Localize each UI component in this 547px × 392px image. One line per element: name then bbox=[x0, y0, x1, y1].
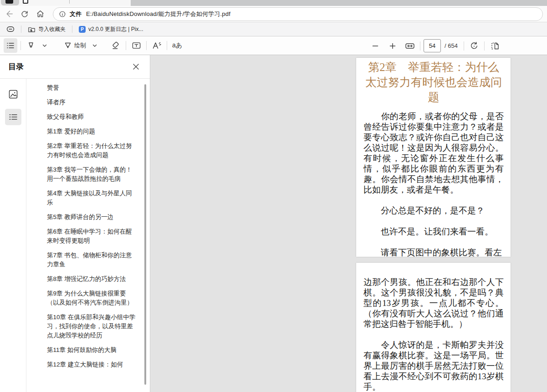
sidebar-scrollbar[interactable] bbox=[144, 84, 146, 385]
minus-icon bbox=[372, 42, 379, 50]
sidebar-rail bbox=[0, 79, 26, 392]
contents-list-icon bbox=[8, 112, 18, 122]
toc-item[interactable]: 译者序 bbox=[47, 98, 137, 107]
page-body: 你的老师，或者你的父母，是否曾经告诉过你要集中注意力？或者是要专心致志？或许你自… bbox=[363, 111, 504, 257]
bookmark-label: v2.0.0 更新日志 | Pix... bbox=[88, 25, 143, 33]
text-box-icon bbox=[132, 41, 141, 50]
thumbnails-icon bbox=[8, 89, 19, 100]
navigation-bar: 文件 E:/BaiduNetdiskDownload/能力提升/学会如何学习.p… bbox=[0, 6, 547, 22]
content-area: 目录 赞誉 译者序 致父母和教师 bbox=[0, 55, 547, 392]
highlighter-icon bbox=[26, 41, 36, 50]
chapter-title: 第2章 举重若轻：为什么太过努力有时候也会造成问题 bbox=[363, 60, 504, 105]
home-icon bbox=[36, 10, 45, 18]
translate-label: aあ bbox=[172, 41, 182, 50]
rotate-icon bbox=[470, 41, 479, 51]
toc-item[interactable]: 第9章 为什么大脑链接很重要（以及如何不将汽车倒进沟里） bbox=[47, 289, 137, 307]
import-favorites-button[interactable]: 导入收藏夹 bbox=[24, 24, 69, 35]
highlight-dropdown[interactable] bbox=[38, 38, 51, 53]
tab-favicon-icon bbox=[23, 0, 28, 4]
close-icon bbox=[133, 63, 139, 70]
toc-item[interactable]: 第10章 在俱乐部和兴趣小组中学习，找到你的使命，以及特里差点儿烧毁学校的经历 bbox=[47, 313, 137, 340]
pdf-toolbar: 绘制 aあ / 654 bbox=[0, 36, 547, 55]
zoom-in-button[interactable] bbox=[386, 39, 399, 53]
page-view-button[interactable] bbox=[488, 39, 501, 53]
back-button[interactable] bbox=[3, 8, 15, 20]
rotate-button[interactable] bbox=[467, 39, 481, 53]
toc-item[interactable]: 第4章 大脑链接以及与外星人同乐 bbox=[47, 189, 137, 207]
toc-list: 赞誉 译者序 致父母和教师 第1章 爱好的问题 第2章 举重若轻：为什么太过努力… bbox=[26, 79, 150, 392]
pdf-paragraph: 令人惊讶的是，卡斯帕罗夫并没有赢得象棋比赛。这是一场平局。世界上最厉害的棋手居然… bbox=[363, 340, 504, 392]
url-scheme-label: 文件 bbox=[70, 10, 82, 18]
erase-button[interactable] bbox=[109, 38, 123, 53]
read-aloud-icon bbox=[152, 41, 162, 50]
tab-actions-button[interactable] bbox=[1, 0, 19, 5]
active-tab[interactable] bbox=[0, 0, 131, 6]
thumbnails-tab[interactable] bbox=[5, 86, 21, 102]
contents-tab[interactable] bbox=[5, 109, 21, 125]
pdf-viewer[interactable]: 第2章 举重若轻：为什么太过努力有时候也会造成问题 你的老师，或者你的父母，是否… bbox=[150, 55, 547, 392]
pdf-paragraph: 也许不是。让我们来看一看。 bbox=[363, 226, 504, 237]
toc-item[interactable]: 第2章 举重若轻：为什么太过努力有时候也会造成问题 bbox=[47, 142, 137, 160]
back-arrow-icon bbox=[5, 10, 14, 18]
pdf-paragraph: 请看下页图中的象棋比赛。看左 bbox=[363, 247, 504, 257]
home-button[interactable] bbox=[34, 8, 46, 20]
toolbar-right-group: / 654 bbox=[368, 36, 501, 55]
toc-item[interactable]: 第11章 如何鼓励你的大脑 bbox=[47, 346, 137, 355]
eraser-icon bbox=[111, 41, 120, 50]
toc-item[interactable]: 第1章 爱好的问题 bbox=[47, 127, 137, 136]
toc-toggle-button[interactable] bbox=[4, 38, 17, 53]
toc-item[interactable]: 致父母和教师 bbox=[47, 112, 137, 122]
refresh-button[interactable] bbox=[18, 8, 31, 20]
toc-item[interactable]: 赞誉 bbox=[47, 83, 137, 92]
pdf-page-55: 边那个男孩。他正在和右边那个人下棋。这个男孩很没礼貌，不是吗？典型的13岁男孩。… bbox=[356, 263, 511, 392]
import-favorites-icon bbox=[28, 26, 36, 33]
pdf-paragraph: 边那个男孩。他正在和右边那个人下棋。这个男孩很没礼貌，不是吗？典型的13岁男孩。… bbox=[363, 277, 504, 329]
url-text[interactable]: E:/BaiduNetdiskDownload/能力提升/学会如何学习.pdf bbox=[86, 10, 230, 18]
sidebar-header: 目录 bbox=[0, 55, 150, 79]
toc-item[interactable]: 第6章 在睡眠中学习：如何在醒来时变得更聪明 bbox=[47, 227, 137, 245]
collections-icon bbox=[6, 26, 15, 32]
toc-item[interactable]: 第5章 教师讲台的另一边 bbox=[47, 213, 137, 222]
plus-icon bbox=[389, 42, 396, 50]
highlight-button[interactable] bbox=[24, 38, 38, 53]
browser-menu-icon bbox=[5, 0, 13, 4]
page-count-label: / 654 bbox=[445, 42, 458, 49]
page-body: 边那个男孩。他正在和右边那个人下棋。这个男孩很没礼貌，不是吗？典型的13岁男孩。… bbox=[363, 277, 504, 392]
draw-label: 绘制 bbox=[74, 41, 86, 50]
zoom-out-button[interactable] bbox=[368, 39, 382, 53]
read-aloud-button[interactable] bbox=[150, 38, 164, 53]
toc-item[interactable]: 第8章 增强记忆力的巧妙方法 bbox=[47, 275, 137, 284]
bookmark-pixpin[interactable]: P v2.0.0 更新日志 | Pix... bbox=[75, 24, 147, 35]
bookmark-favicon: P bbox=[79, 26, 86, 33]
sidebar-title: 目录 bbox=[8, 61, 129, 72]
pdf-paragraph: 你的老师，或者你的父母，是否曾经告诉过你要集中注意力？或者是要专心致志？或许你自… bbox=[363, 111, 504, 195]
add-text-button[interactable] bbox=[129, 38, 143, 53]
chevron-down-icon bbox=[92, 43, 97, 48]
sidebar-close-button[interactable] bbox=[129, 60, 143, 74]
toc-sidebar: 目录 赞誉 译者序 致父母和教师 bbox=[0, 55, 150, 392]
bookmarks-bar: 导入收藏夹 P v2.0.0 更新日志 | Pix... bbox=[0, 22, 547, 36]
draw-dropdown[interactable] bbox=[88, 38, 102, 53]
import-favorites-label: 导入收藏夹 bbox=[38, 25, 66, 33]
collections-button[interactable] bbox=[3, 24, 18, 35]
fit-to-width-button[interactable] bbox=[403, 39, 417, 53]
sidebar-body: 赞誉 译者序 致父母和教师 第1章 爱好的问题 第2章 举重若轻：为什么太过努力… bbox=[0, 79, 150, 392]
translate-button[interactable]: aあ bbox=[170, 38, 184, 53]
address-bar[interactable]: 文件 E:/BaiduNetdiskDownload/能力提升/学会如何学习.p… bbox=[53, 7, 543, 21]
table-of-contents-icon bbox=[6, 41, 15, 50]
page-number-input[interactable] bbox=[424, 39, 441, 52]
info-icon[interactable] bbox=[59, 10, 66, 18]
draw-pen-icon bbox=[63, 41, 72, 50]
pdf-paragraph: 分心总是不好的，是不是？ bbox=[363, 205, 504, 216]
draw-button[interactable]: 绘制 bbox=[61, 38, 88, 53]
toc-item[interactable]: 第3章 我等一下会做的，真的！用一个番茄战胜拖拉的毛病 bbox=[47, 165, 137, 183]
refresh-icon bbox=[20, 10, 29, 18]
toc-item[interactable]: 第7章 书包、储物柜和你的注意力章鱼 bbox=[47, 251, 137, 269]
tab-strip bbox=[0, 0, 547, 6]
page-view-icon bbox=[490, 41, 500, 51]
chevron-down-icon bbox=[42, 43, 47, 48]
pdf-page-54: 第2章 举重若轻：为什么太过努力有时候也会造成问题 你的老师，或者你的父母，是否… bbox=[356, 58, 511, 257]
fit-width-icon bbox=[405, 42, 415, 50]
tab-separator bbox=[69, 0, 70, 4]
toc-item[interactable]: 第12章 建立大脑链接：如何 bbox=[47, 360, 137, 369]
